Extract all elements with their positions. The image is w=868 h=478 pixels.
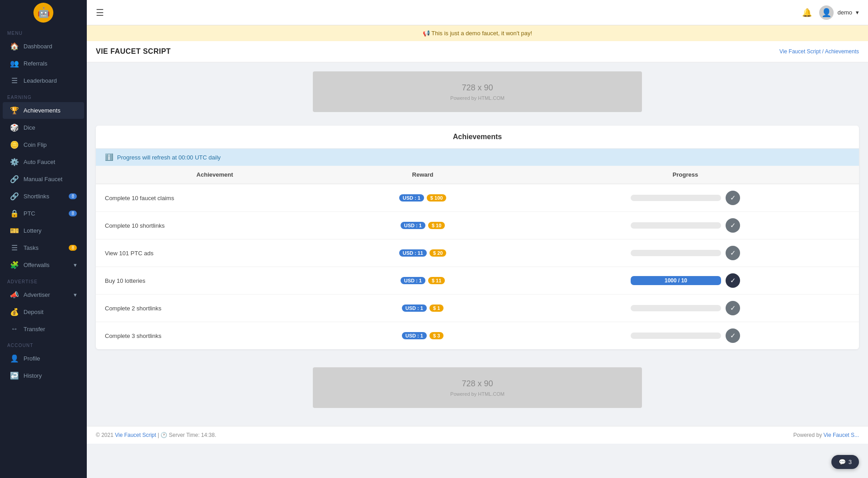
sidebar-item-offerwalls[interactable]: 🧩Offerwalls▾ <box>3 257 84 273</box>
sidebar-item-dashboard[interactable]: 🏠Dashboard <box>3 38 84 55</box>
footer-right: Powered by Vie Faucet S... <box>793 432 859 438</box>
action-btn-3[interactable]: ✓ <box>726 246 740 260</box>
sidebar-section-account: ACCOUNT <box>0 337 87 350</box>
achievements-container: Achievements ℹ️ Progress will refresh at… <box>96 126 859 349</box>
achievement-name-1: Complete 10 faucet claims <box>96 184 334 212</box>
shortlinks-icon: 🔗 <box>10 192 19 201</box>
sidebar-item-lottery[interactable]: 🎫Lottery <box>3 222 84 239</box>
progress-cell-6: ✓ <box>512 322 859 350</box>
action-btn-5[interactable]: ✓ <box>726 301 740 315</box>
progress-bar-full-4: 1000 / 10 <box>631 276 721 285</box>
leaderboard-icon: ☰ <box>10 76 19 85</box>
demo-banner: 📢 This is just a demo faucet, it won't p… <box>87 25 868 41</box>
progress-bar-wrap-2 <box>631 222 721 229</box>
sidebar-item-label-leaderboard: Leaderboard <box>24 77 57 84</box>
hamburger-icon[interactable]: ☰ <box>96 7 104 18</box>
achievements-table: Achievement Reward Progress Complete 10 … <box>96 166 859 349</box>
reward-cell-4: USD : 1$ 11 <box>334 267 512 295</box>
sidebar-item-label-tasks: Tasks <box>24 244 38 251</box>
col-achievement: Achievement <box>96 166 334 184</box>
sidebar-item-label-ptc: PTC <box>24 210 35 217</box>
sidebar-item-label-coin-flip: Coin Flip <box>24 141 47 148</box>
progress-cell-3: ✓ <box>512 239 859 267</box>
achievements-title: Achievements <box>96 126 859 149</box>
dashboard-icon: 🏠 <box>10 42 19 51</box>
action-btn-6[interactable]: ✓ <box>726 328 740 343</box>
page-title: VIE FAUCET SCRIPT <box>96 47 171 56</box>
tasks-icon: ☰ <box>10 244 19 252</box>
progress-bar-wrap-6 <box>631 333 721 339</box>
ad-powered-bottom: Powered by HTML.COM <box>450 391 505 397</box>
deposit-icon: 💰 <box>10 308 19 316</box>
action-btn-4[interactable]: ✓ <box>726 273 740 288</box>
sidebar-item-coin-flip[interactable]: 🪙Coin Flip <box>3 136 84 153</box>
reward-cell-1: USD : 1$ 100 <box>334 184 512 212</box>
sidebar-item-label-dashboard: Dashboard <box>24 43 52 50</box>
achievement-name-2: Complete 10 shortlinks <box>96 212 334 239</box>
footer-script-link[interactable]: Vie Faucet Script <box>115 432 156 438</box>
sidebar-item-profile[interactable]: 👤Profile <box>3 350 84 367</box>
breadcrumb-home[interactable]: Vie Faucet Script <box>779 48 821 55</box>
footer-powered-link[interactable]: Vie Faucet S... <box>824 432 859 438</box>
coin-flip-icon: 🪙 <box>10 141 19 149</box>
dice-icon: 🎲 <box>10 123 19 132</box>
sidebar-item-tasks[interactable]: ☰Tasks8 <box>3 239 84 256</box>
reward-token-6: $ 3 <box>429 332 443 339</box>
table-row-4: Buy 10 lotteriesUSD : 1$ 111000 / 10✓ <box>96 267 859 295</box>
reward-token-2: $ 10 <box>428 222 445 229</box>
ad-banner-bottom-wrapper: 728 x 90 Powered by HTML.COM <box>87 358 868 417</box>
sidebar-item-dice[interactable]: 🎲Dice <box>3 119 84 136</box>
sidebar-item-label-manual-faucet: Manual Faucet <box>24 176 62 183</box>
sidebar-item-referrals[interactable]: 👥Referrals <box>3 55 84 72</box>
breadcrumb: Vie Faucet Script / Achievements <box>779 48 859 55</box>
sidebar-item-advertiser[interactable]: 📣Advertiser▾ <box>3 286 84 303</box>
reward-usd-4: USD : 1 <box>401 277 425 284</box>
info-text: Progress will refresh at 00:00 UTC daily <box>117 154 221 161</box>
sidebar-item-deposit[interactable]: 💰Deposit <box>3 304 84 320</box>
sidebar-item-manual-faucet[interactable]: 🔗Manual Faucet <box>3 171 84 187</box>
progress-cell-5: ✓ <box>512 295 859 322</box>
footer-left: © 2021 Vie Faucet Script | 🕐 Server Time… <box>96 432 216 438</box>
manual-faucet-icon: 🔗 <box>10 175 19 183</box>
reward-usd-6: USD : 1 <box>402 332 427 339</box>
table-row-3: View 101 PTC adsUSD : 11$ 20✓ <box>96 239 859 267</box>
reward-token-4: $ 11 <box>428 277 445 284</box>
ad-banner-top: 728 x 90 Powered by HTML.COM <box>313 71 642 112</box>
sidebar-section-menu: MENU <box>0 25 87 37</box>
chat-button[interactable]: 💬 3 <box>831 455 859 469</box>
topbar-right: 🔔 👤 demo ▾ <box>802 5 859 20</box>
achievement-name-3: View 101 PTC ads <box>96 239 334 267</box>
ad-size-text: 728 x 90 <box>462 83 493 93</box>
sidebar-item-ptc[interactable]: 🔒PTC8 <box>3 205 84 222</box>
user-menu[interactable]: 👤 demo ▾ <box>819 5 859 20</box>
chat-badge: 3 <box>849 459 852 465</box>
profile-icon: 👤 <box>10 354 19 363</box>
sidebar-item-label-referrals: Referrals <box>24 60 47 67</box>
avatar: 👤 <box>819 5 834 20</box>
chat-icon: 💬 <box>839 459 846 465</box>
action-btn-2[interactable]: ✓ <box>726 218 740 233</box>
sidebar-item-auto-faucet[interactable]: ⚙️Auto Faucet <box>3 154 84 170</box>
shortlinks-badge: 8 <box>69 193 77 199</box>
main-content: ☰ 🔔 👤 demo ▾ 📢 This is just a demo fauce… <box>87 0 868 478</box>
lottery-icon: 🎫 <box>10 226 19 235</box>
action-btn-1[interactable]: ✓ <box>726 191 740 205</box>
copyright: © 2021 <box>96 432 113 438</box>
reward-cell-5: USD : 1$ 1 <box>334 295 512 322</box>
offerwalls-arrow-icon: ▾ <box>74 262 77 268</box>
sidebar-item-transfer[interactable]: ↔️Transfer <box>3 321 84 337</box>
reward-cell-3: USD : 11$ 20 <box>334 239 512 267</box>
sidebar-item-history[interactable]: ↩️History <box>3 367 84 384</box>
sidebar-item-leaderboard[interactable]: ☰Leaderboard <box>3 72 84 89</box>
ptc-icon: 🔒 <box>10 209 19 218</box>
achievement-name-5: Complete 2 shortlinks <box>96 295 334 322</box>
clock-icon: 🕐 <box>160 432 167 438</box>
sidebar-item-shortlinks[interactable]: 🔗Shortlinks8 <box>3 188 84 205</box>
footer-powered-label: Powered by <box>793 432 822 438</box>
sidebar-item-achievements[interactable]: 🏆Achievements <box>3 102 84 119</box>
page-header: VIE FAUCET SCRIPT Vie Faucet Script / Ac… <box>87 41 868 62</box>
ad-size-text-bottom: 728 x 90 <box>462 379 493 389</box>
progress-bar-wrap-5 <box>631 305 721 311</box>
notification-bell-icon[interactable]: 🔔 <box>802 8 812 18</box>
sidebar-item-label-deposit: Deposit <box>24 309 43 315</box>
